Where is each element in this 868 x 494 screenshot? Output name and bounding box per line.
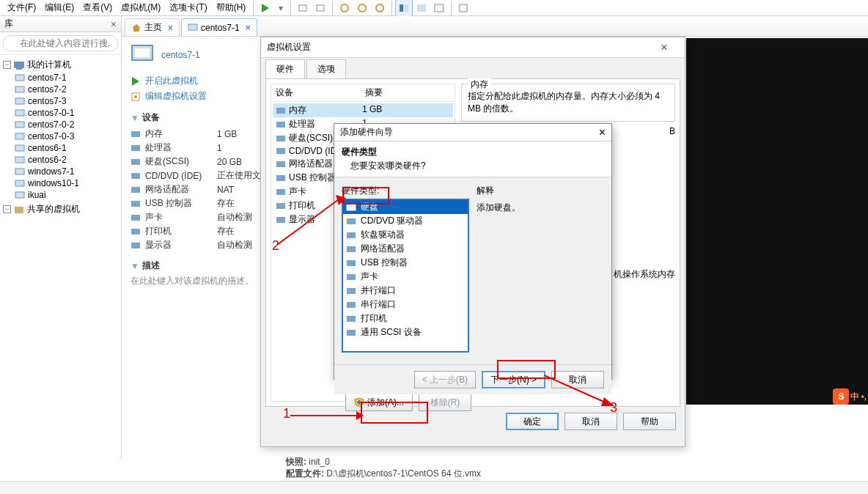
tree-vm-item[interactable]: windows10-1	[13, 177, 119, 189]
menu-edit[interactable]: 编辑(E)	[40, 1, 78, 14]
ok-button[interactable]: 确定	[506, 413, 559, 430]
vm-icon	[15, 155, 25, 164]
hardware-type-item[interactable]: CD/DVD 驱动器	[343, 214, 468, 228]
tab-hardware[interactable]: 硬件	[265, 59, 305, 78]
hw-icon	[346, 258, 356, 268]
device-icon	[276, 201, 286, 211]
add-button-label: 添加(A)...	[367, 397, 404, 409]
svg-rect-54	[347, 232, 356, 238]
menu-vm[interactable]: 虚拟机(M)	[117, 1, 165, 14]
hardware-type-item[interactable]: 网络适配器	[343, 242, 468, 256]
layout-icon[interactable]	[430, 0, 448, 17]
tree-vm-item[interactable]: centos7-0-1	[13, 107, 119, 119]
device-icon	[130, 129, 141, 139]
close-icon[interactable]: ×	[246, 23, 251, 33]
tab-vm[interactable]: centos7-1×	[181, 18, 257, 36]
svg-rect-42	[276, 122, 285, 128]
snapshot-label: 快照:	[286, 457, 306, 467]
close-icon[interactable]: ×	[599, 126, 606, 139]
toolbar-icon[interactable]	[294, 0, 312, 17]
tree-vm-item[interactable]: centos7-0-2	[13, 119, 119, 130]
sidebar-close-icon[interactable]: ×	[111, 18, 117, 30]
dialog-title: 虚拟机设置	[267, 41, 311, 54]
device-icon	[276, 133, 286, 144]
menu-bar[interactable]: 文件(F) 编辑(E) 查看(V) 虚拟机(M) 选项卡(T) 帮助(H) ▾	[0, 0, 868, 16]
sep	[451, 1, 452, 15]
hardware-type-item[interactable]: 软盘驱动器	[343, 228, 468, 242]
svg-rect-47	[276, 189, 285, 195]
vm-icon	[188, 23, 198, 32]
hw-icon	[346, 202, 356, 213]
tab-options[interactable]: 选项	[306, 59, 346, 78]
hw-icon	[346, 216, 356, 226]
hardware-type-item[interactable]: 串行端口	[343, 298, 468, 311]
shared-node[interactable]: 共享的虚拟机	[27, 203, 80, 215]
chevron-down-icon[interactable]: ▼	[130, 261, 139, 271]
tab-home[interactable]: 主页×	[125, 18, 180, 36]
col-device: 设备	[271, 84, 361, 101]
menu-file[interactable]: 文件(F)	[3, 1, 40, 14]
next-button[interactable]: 下一步(N) >	[482, 371, 545, 388]
snapshot-icon[interactable]	[353, 0, 371, 17]
layout-icon[interactable]	[413, 0, 430, 17]
add-button[interactable]: 添加(A)...	[345, 394, 413, 411]
svg-marker-0	[262, 4, 269, 12]
remove-button[interactable]: 移除(R)	[419, 394, 471, 411]
hardware-type-item[interactable]: 硬盘	[343, 200, 468, 214]
tree-vm-item[interactable]: windows7-1	[13, 166, 119, 177]
snapshot-icon[interactable]	[336, 0, 353, 17]
hardware-type-item[interactable]: 打印机	[343, 311, 468, 325]
search-input[interactable]	[3, 35, 118, 51]
tree-vm-item[interactable]: centos6-2	[13, 154, 119, 166]
hardware-type-item[interactable]: 并行端口	[343, 284, 468, 298]
library-sidebar: 库 × −我的计算机 centos7-1centos7-2centos7-3ce…	[0, 16, 122, 459]
svg-rect-57	[347, 274, 356, 280]
tree-vm-item[interactable]: centos7-2	[13, 84, 119, 95]
tree-vm-item[interactable]: centos7-3	[13, 95, 119, 107]
vm-tree[interactable]: −我的计算机 centos7-1centos7-2centos7-3centos…	[0, 55, 121, 459]
menu-help[interactable]: 帮助(H)	[212, 1, 251, 14]
menu-tabs[interactable]: 选项卡(T)	[165, 1, 211, 14]
fullscreen-icon[interactable]	[455, 0, 472, 17]
vm-icon	[15, 85, 25, 94]
layout-icon[interactable]	[395, 0, 413, 17]
menu-view[interactable]: 查看(V)	[78, 1, 117, 14]
status-bar	[0, 481, 868, 494]
ime-indicator[interactable]: S 中 •,	[833, 388, 867, 405]
svg-rect-41	[276, 108, 285, 114]
play-button[interactable]	[257, 0, 274, 17]
hardware-type-item[interactable]: 声卡	[343, 270, 468, 284]
svg-rect-22	[15, 180, 24, 186]
hardware-type-item[interactable]: 通用 SCSI 设备	[343, 325, 468, 339]
snapshot-icon[interactable]	[371, 0, 389, 17]
wizard-title: 添加硬件向导	[340, 126, 393, 139]
tree-vm-item[interactable]: ikuai	[13, 189, 119, 201]
settings-device-item[interactable]: 内存1 GB	[273, 103, 453, 117]
cancel-button[interactable]: 取消	[551, 371, 604, 388]
tree-vm-item[interactable]: centos7-0-3	[13, 130, 119, 142]
wizard-heading: 硬件类型	[342, 146, 604, 158]
tree-vm-item[interactable]: centos6-1	[13, 142, 119, 154]
collapse-icon[interactable]: −	[3, 61, 11, 69]
svg-point-3	[341, 4, 348, 12]
vm-large-icon	[130, 43, 155, 67]
close-icon[interactable]: ×	[650, 41, 679, 54]
close-icon[interactable]: ×	[168, 23, 173, 33]
remove-button-label: 移除(R)	[430, 397, 460, 409]
svg-rect-44	[276, 148, 285, 154]
config-label: 配置文件:	[286, 468, 324, 479]
memory-group: 内存 指定分配给此虚拟机的内存量。内存大小必须为 4 MB 的倍数。	[461, 84, 675, 122]
toolbar-icon[interactable]	[312, 0, 329, 17]
help-button[interactable]: 帮助	[623, 413, 676, 430]
svg-rect-58	[347, 288, 356, 294]
hardware-type-list[interactable]: 硬盘CD/DVD 驱动器软盘驱动器网络适配器USB 控制器声卡并行端口串行端口打…	[342, 199, 469, 353]
chevron-down-icon[interactable]: ▼	[130, 113, 139, 123]
collapse-icon[interactable]: −	[3, 205, 11, 213]
svg-rect-39	[131, 229, 140, 235]
root-node[interactable]: 我的计算机	[27, 59, 71, 71]
hardware-type-item[interactable]: USB 控制器	[343, 256, 468, 270]
svg-rect-16	[15, 110, 24, 116]
tree-vm-item[interactable]: centos7-1	[13, 72, 119, 84]
hw-icon	[346, 300, 356, 310]
sogou-icon: S	[833, 388, 849, 405]
